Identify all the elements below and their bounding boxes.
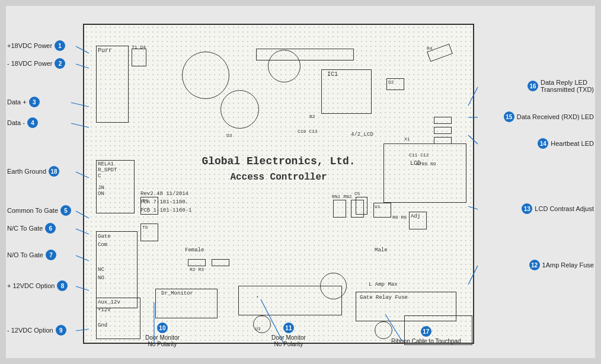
label-nc-to-gate: N/C To Gate 6 — [7, 223, 56, 234]
comp-t1d4-label: T1 D4 — [132, 44, 146, 50]
comp-t5-label: T5 — [142, 225, 148, 230]
label-18vdc-neg: - 18VDC Power 2 — [7, 58, 65, 69]
main-container: Global Electronics, Ltd. Access Controll… — [6, 6, 595, 358]
comp-asterisk: * — [256, 295, 259, 300]
comp-r3 — [212, 259, 229, 266]
comp-gate-relay-fuse-label: Gate Relay Fuse — [360, 295, 408, 301]
label-door-monitor-left-text: Door MonitorNo Polarity — [145, 334, 180, 347]
badge-14: 14 — [538, 138, 548, 149]
comp-c3-label: D3 — [226, 133, 232, 138]
comp-circle2 — [220, 90, 259, 129]
comp-b2-label: B2 — [309, 114, 315, 119]
comp-female-label: Female — [185, 247, 204, 253]
label-12vdc-pos: + 12VDC Option 8 — [7, 280, 68, 291]
label-nc-to-gate-text: N/C To Gate — [7, 225, 43, 232]
comp-u3-label: U3 — [255, 326, 261, 331]
badge-11: 11 — [283, 323, 294, 333]
comp-transformer — [182, 52, 229, 99]
badge-3: 3 — [29, 97, 40, 107]
comp-led2 — [434, 127, 452, 134]
comp-t4-label: T4 — [142, 198, 148, 203]
badge-12: 12 — [529, 260, 540, 270]
label-1amp-fuse-text: 1Amp Relay Fuse — [542, 261, 594, 269]
label-18vdc-neg-text: - 18VDC Power — [7, 60, 52, 67]
label-no-to-gate: N/O To Gate 7 — [7, 250, 56, 260]
badge-15: 15 — [504, 111, 514, 122]
label-earth-ground-text: Earth Ground — [7, 168, 46, 175]
comp-c11c12-label: C11 C12 — [409, 152, 429, 158]
badge-10: 10 — [157, 323, 168, 333]
label-data-neg-text: Data - — [7, 119, 25, 126]
label-data-reply-led: 16 Data Reply LEDTransmitted (TXD) — [528, 79, 594, 93]
label-no-to-gate-text: N/O To Gate — [7, 251, 43, 258]
label-earth-ground: Earth Ground 18 — [7, 166, 59, 177]
comp-purr-label: Purr — [98, 47, 112, 54]
label-data-pos-text: Data + — [7, 98, 27, 106]
comp-r2r3-label: R2 R3 — [190, 267, 204, 272]
comp-d2-label: D2 — [388, 79, 394, 85]
comp-t1d4 — [132, 49, 146, 66]
comp-c5 — [356, 197, 367, 215]
badge-7: 7 — [46, 250, 56, 260]
comp-gate-label: GateComNCNO — [98, 232, 111, 282]
comp-u1-label: U1 — [375, 204, 381, 209]
label-common-to-gate-text: Common To Gate — [7, 207, 58, 214]
label-12vdc-neg-text: - 12VDC Option — [7, 327, 53, 334]
comp-r2 — [188, 259, 206, 266]
label-data-neg: Data - 4 — [7, 117, 38, 128]
badge-18: 18 — [49, 166, 59, 177]
comp-aux-label: Aux_12v+12VGnd — [98, 299, 120, 330]
label-common-to-gate: Common To Gate 5 — [7, 205, 71, 216]
badge-5: 5 — [60, 205, 71, 216]
label-door-monitor-right-text: Door MonitorNo Polarity — [271, 334, 306, 347]
comp-c19c13-label: C19 C13 — [298, 129, 318, 134]
label-lcd-contrast-text: LCD Contrast Adjust — [535, 205, 594, 212]
badge-9: 9 — [56, 325, 66, 336]
comp-u2 — [268, 50, 300, 82]
comp-gate-fuse-circle — [375, 321, 392, 339]
label-1amp-fuse: 12 1Amp Relay Fuse — [529, 260, 594, 270]
comp-adj-label: Adj — [411, 213, 420, 219]
badge-6: 6 — [45, 223, 56, 234]
badge-2: 2 — [55, 58, 65, 69]
comp-ic1-label: IC1 — [327, 71, 338, 78]
label-door-monitor-left: 10 Door MonitorNo Polarity — [145, 323, 180, 347]
label-data-pos: Data + 3 — [7, 97, 40, 107]
label-12vdc-neg: - 12VDC Option 9 — [7, 325, 66, 336]
label-ribbon-cable: 17 Ribbon Cable to Touchpad — [391, 326, 461, 344]
comp-large-circle-bottom — [320, 273, 347, 299]
badge-8: 8 — [57, 280, 68, 291]
pcb-board: Global Electronics, Ltd. Access Controll… — [83, 24, 474, 344]
label-lcd-contrast: 13 LCD Contrast Adjust — [522, 203, 594, 214]
comp-c5-label: C5 — [354, 191, 360, 196]
comp-l-amp-max-label: L Amp Max — [369, 282, 398, 288]
comp-rn1rn2-label: RN1 RN2 — [332, 194, 352, 199]
label-18vdc-pos-text: +18VDC Power — [7, 42, 52, 49]
comp-r8r9-label: R8 R9 — [392, 215, 407, 220]
badge-4: 4 — [27, 117, 38, 128]
comp-male-label: Male — [375, 247, 388, 253]
label-heartbeat-led-text: Heartbeat LED — [551, 140, 594, 147]
comp-x1-label: X1 — [404, 136, 410, 142]
label-18vdc-pos: +18VDC Power 1 — [7, 40, 65, 51]
label-12vdc-pos-text: + 12VDC Option — [7, 282, 55, 289]
badge-13: 13 — [522, 203, 532, 214]
label-data-received-led: 15 Data Received (RXD) LED — [504, 111, 594, 122]
label-data-received-led-text: Data Received (RXD) LED — [517, 113, 594, 120]
label-ribbon-cable-text: Ribbon Cable to Touchpad — [391, 338, 461, 344]
comp-led3 — [434, 137, 452, 144]
label-heartbeat-led: 14 Heartbeat LED — [538, 138, 594, 149]
comp-rn1 — [333, 200, 346, 218]
comp-door-monitor-left-label: Dr_Monitor — [161, 290, 193, 296]
badge-16: 16 — [528, 81, 538, 91]
comp-r4-label: R4 — [427, 46, 433, 51]
comp-purr — [96, 46, 129, 123]
pcb-info-rev: Rev2.48 11/2014 — [140, 191, 188, 197]
comp-rela1-label: RELA1R_SPDTCJNON — [98, 161, 117, 197]
comp-42lcd-label: 4/2_LCD — [351, 132, 373, 138]
badge-1: 1 — [55, 40, 65, 51]
label-data-reply-led-text: Data Reply LEDTransmitted (TXD) — [541, 79, 594, 93]
comp-led1 — [434, 117, 452, 124]
label-door-monitor-right: 11 Door MonitorNo Polarity — [271, 323, 306, 347]
comp-r7r8r9-label: R7R8 R9 — [416, 161, 436, 167]
